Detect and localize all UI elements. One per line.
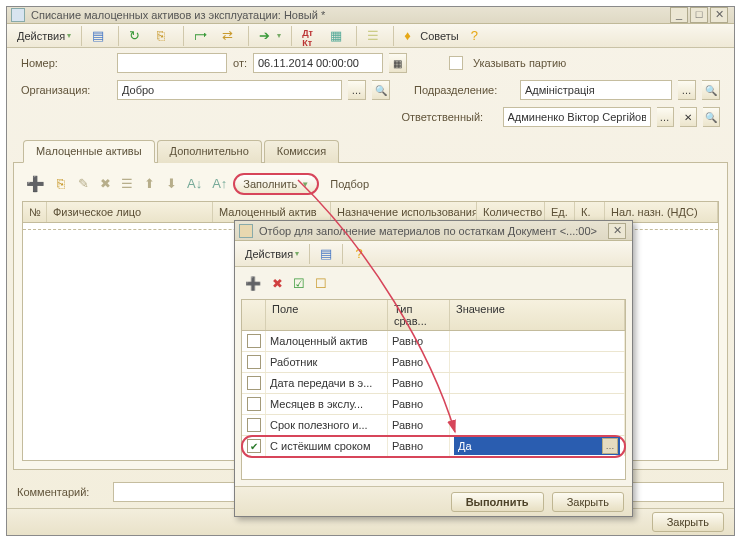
unpost-icon[interactable]: ⇄ [218, 25, 242, 47]
add-row-icon[interactable]: ➕ [22, 173, 49, 195]
tab-additional[interactable]: Дополнительно [157, 140, 262, 163]
value-picker-button[interactable]: … [602, 438, 618, 454]
filter-row[interactable]: РаботникРавно [242, 352, 625, 373]
grid-toolbar: ➕ ⎘ ✎ ✖ ☰ ⬆ ⬇ A↓ A↑ Заполнить▼ Подбор [22, 171, 719, 197]
save-icon[interactable]: ▤ [88, 25, 112, 47]
move-down-icon[interactable]: ⬇ [161, 173, 181, 195]
sort-desc-icon[interactable]: A↑ [208, 173, 231, 195]
dialog-help-icon[interactable]: ? [349, 243, 369, 265]
filter-grid[interactable]: Поле Тип срав... Значение Малоценный акт… [241, 299, 626, 480]
dialog-save-icon[interactable]: ▤ [316, 243, 336, 265]
delete-row-icon[interactable]: ✖ [95, 173, 115, 195]
row-field: Малоценный актив [266, 331, 388, 351]
dialog-actions-menu[interactable]: Действия [241, 243, 303, 265]
clone-row-icon[interactable]: ⎘ [51, 173, 71, 195]
org-select-button[interactable]: … [348, 80, 366, 100]
col-field[interactable]: Поле [266, 300, 388, 330]
row-field: Работник [266, 352, 388, 372]
refresh-icon[interactable]: ↻ [125, 25, 149, 47]
header-row-1: Номер: от: ▦ Указывать партию [7, 48, 734, 75]
fill-button[interactable]: Заполнить▼ [233, 173, 319, 195]
from-label: от: [233, 57, 247, 69]
row-val[interactable] [450, 394, 625, 414]
row-checkbox[interactable] [247, 397, 261, 411]
maximize-button[interactable]: □ [690, 7, 708, 23]
row-cmp: Равно [388, 331, 450, 351]
close-button[interactable]: ✕ [710, 7, 728, 23]
row-val[interactable] [450, 415, 625, 435]
row-field: Дата передачи в э... [266, 373, 388, 393]
dialog-close-button[interactable]: Закрыть [552, 492, 624, 512]
main-toolbar: Действия ▤ ↻ ⎘ ⮣ ⇄ ➔ ДтКт ▦ ☰ ♦ Советы ? [7, 24, 734, 48]
minimize-button[interactable]: _ [670, 7, 688, 23]
row-val[interactable] [450, 331, 625, 351]
resp-field[interactable] [503, 107, 651, 127]
list-icon[interactable]: ☰ [363, 25, 387, 47]
dlg-add-icon[interactable]: ➕ [241, 273, 265, 295]
sort-asc-icon[interactable]: A↓ [183, 173, 206, 195]
row-val[interactable] [450, 373, 625, 393]
resp-search-button[interactable]: 🔍 [703, 107, 720, 127]
filter-row[interactable]: Малоценный активРавно [242, 331, 625, 352]
dlg-uncheck-icon[interactable]: ☐ [311, 273, 331, 295]
move-up-icon[interactable]: ⬆ [139, 173, 159, 195]
col-person[interactable]: Физическое лицо [47, 202, 213, 222]
dept-select-button[interactable]: … [678, 80, 696, 100]
dialog-close-icon[interactable]: ✕ [608, 223, 626, 239]
number-field[interactable] [117, 53, 227, 73]
dtkt-icon[interactable]: ДтКт [298, 25, 322, 47]
dept-field[interactable] [520, 80, 672, 100]
window-title: Списание малоценных активов из эксплуата… [31, 9, 668, 21]
close-window-button[interactable]: Закрыть [652, 512, 724, 532]
row-checkbox[interactable] [247, 355, 261, 369]
dlg-del-icon[interactable]: ✖ [267, 273, 287, 295]
tips-button[interactable]: ♦ Советы [400, 25, 462, 47]
tab-assets[interactable]: Малоценные активы [23, 140, 155, 163]
dialog-filter-toolbar: ➕ ✖ ☑ ☐ [241, 273, 626, 295]
row-checkbox[interactable] [247, 418, 261, 432]
filter-row[interactable]: ✔С истёкшим срокомРавноДа… [242, 436, 625, 457]
org-field[interactable] [117, 80, 342, 100]
resp-clear-button[interactable]: ✕ [680, 107, 697, 127]
col-cmp[interactable]: Тип срав... [388, 300, 450, 330]
show-batch-checkbox[interactable] [449, 56, 463, 70]
row-checkbox[interactable] [247, 376, 261, 390]
grid-settings-icon[interactable]: ☰ [117, 173, 137, 195]
filter-grid-header: Поле Тип срав... Значение [242, 300, 625, 331]
dept-label: Подразделение: [414, 84, 514, 96]
resp-select-button[interactable]: … [657, 107, 674, 127]
dept-search-button[interactable]: 🔍 [702, 80, 720, 100]
dialog-toolbar: Действия ▤ ? [235, 241, 632, 267]
dlg-check-icon[interactable]: ☑ [289, 273, 309, 295]
row-cmp: Равно [388, 415, 450, 435]
col-val[interactable]: Значение [450, 300, 625, 330]
resp-label: Ответственный: [401, 111, 496, 123]
row-checkbox[interactable]: ✔ [247, 439, 261, 453]
post-icon[interactable]: ⮣ [190, 25, 214, 47]
row-val[interactable]: Да… [450, 436, 625, 456]
filter-row[interactable]: Дата передачи в э...Равно [242, 373, 625, 394]
filter-row[interactable]: Месяцев в экслу...Равно [242, 394, 625, 415]
help-icon[interactable]: ? [467, 25, 491, 47]
copy-icon[interactable]: ⎘ [153, 25, 177, 47]
dialog-footer: Выполнить Закрыть [235, 486, 632, 516]
run-button[interactable]: Выполнить [451, 492, 544, 512]
edit-row-icon[interactable]: ✎ [73, 173, 93, 195]
org-label: Организация: [21, 84, 111, 96]
row-field: Месяцев в экслу... [266, 394, 388, 414]
date-field[interactable] [253, 53, 383, 73]
actions-menu[interactable]: Действия [13, 25, 75, 47]
filter-row[interactable]: Срок полезного и...Равно [242, 415, 625, 436]
row-val[interactable] [450, 352, 625, 372]
dialog-icon [239, 224, 253, 238]
select-button[interactable]: Подбор [321, 173, 378, 195]
col-num[interactable]: № [23, 202, 47, 222]
date-picker-button[interactable]: ▦ [389, 53, 407, 73]
form-icon[interactable]: ▦ [326, 25, 350, 47]
row-field: С истёкшим сроком [266, 436, 388, 456]
org-search-button[interactable]: 🔍 [372, 80, 390, 100]
tab-commission[interactable]: Комиссия [264, 140, 339, 163]
row-checkbox[interactable] [247, 334, 261, 348]
goto-icon[interactable]: ➔ [255, 25, 285, 47]
filter-dialog: Отбор для заполнение материалов по остат… [234, 220, 633, 517]
